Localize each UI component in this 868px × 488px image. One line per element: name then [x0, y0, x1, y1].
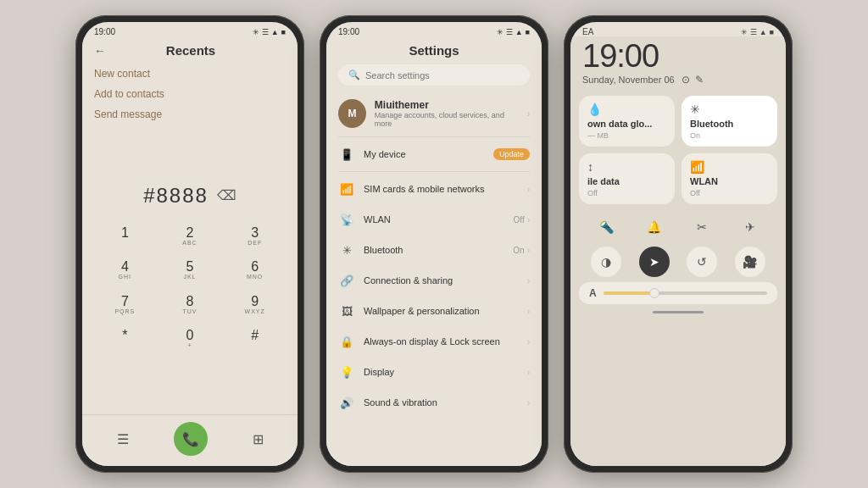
ls-text: Always-on display & Lock screen: [364, 336, 519, 347]
camera-btn[interactable]: 🎥: [735, 247, 765, 277]
screenshot-icon[interactable]: ✂: [689, 214, 715, 240]
disp-label: Display: [364, 367, 519, 377]
cc-tile-wlan[interactable]: 📶 WLAN Off: [682, 153, 777, 204]
wp-right: ›: [527, 307, 530, 316]
back-arrow-icon[interactable]: ←: [94, 44, 106, 58]
phone1-status-bar: 19:00 ✳☰▲■: [82, 22, 298, 38]
key-star[interactable]: *: [94, 324, 156, 354]
cc-date-icons: ⊙ ✎: [682, 74, 704, 86]
new-contact-link[interactable]: New contact: [94, 68, 286, 80]
phone3-status-bar: EA ✳☰▲■: [570, 22, 786, 36]
phone-3: EA ✳☰▲■ 19:00 Sunday, November 06 ⊙ ✎: [564, 15, 793, 473]
settings-item-sim[interactable]: 📶 SIM cards & mobile networks ›: [326, 174, 542, 204]
sim-text: SIM cards & mobile networks: [364, 184, 519, 194]
display-icon: 💡: [338, 363, 355, 380]
backspace-icon[interactable]: ⌫: [217, 187, 236, 203]
snd-text: Sound & vibration: [364, 397, 519, 408]
key-4[interactable]: 4GHI: [94, 255, 156, 286]
data-icon: 💧: [587, 103, 602, 116]
brightness-slider[interactable]: A: [579, 282, 777, 304]
keypad: 1 2ABC 3DEF 4GHI 5JKL 6MNO 7PQRS 8TUV 9W…: [94, 221, 286, 355]
my-device-row[interactable]: 📱 My device Update: [326, 139, 542, 169]
airplane-icon[interactable]: ✈: [737, 214, 763, 240]
settings-search-bar[interactable]: 🔍: [338, 64, 530, 86]
dialpad-icon[interactable]: ⊞: [253, 431, 264, 447]
ls-right: ›: [527, 337, 530, 347]
sound-icon: 🔊: [338, 394, 355, 411]
wp-label: Wallpaper & personalization: [364, 306, 519, 316]
key-9[interactable]: 9WXYZ: [224, 290, 286, 320]
rotation-btn[interactable]: ↺: [687, 247, 717, 277]
call-button[interactable]: 📞: [174, 422, 208, 456]
add-to-contacts-link[interactable]: Add to contacts: [94, 88, 286, 100]
cc-tile-data[interactable]: 💧 own data glo... — MB: [579, 96, 675, 147]
settings-item-bluetooth[interactable]: ✳ Bluetooth On ›: [326, 235, 542, 265]
phone3-status-icons: ✳☰▲■: [741, 28, 774, 36]
phone2-content: Settings 🔍 M Miuithemer Manage accounts,…: [326, 38, 542, 466]
sim-right: ›: [527, 185, 530, 194]
brightness-label: A: [589, 287, 597, 299]
settings-title: Settings: [326, 38, 542, 64]
key-2[interactable]: 2ABC: [159, 221, 221, 252]
key-hash[interactable]: #: [224, 324, 286, 354]
settings-item-wlan[interactable]: 📡 WLAN Off ›: [326, 204, 542, 235]
recents-title: Recents: [113, 43, 269, 58]
connection-icon: 🔗: [338, 272, 355, 289]
profile-row[interactable]: M Miuithemer Manage accounts, cloud serv…: [326, 92, 542, 135]
disp-text: Display: [364, 367, 519, 377]
tile-data-label: own data glo...: [587, 119, 666, 129]
settings-item-wallpaper[interactable]: 🖼 Wallpaper & personalization ›: [326, 296, 542, 326]
dialer-number: #8888: [143, 184, 209, 208]
phone1-time: 19:00: [94, 27, 115, 36]
flashlight-icon[interactable]: 🔦: [593, 214, 619, 240]
profile-desc: Manage accounts, cloud services, and mor…: [375, 111, 519, 128]
tile-wlan-label: WLAN: [690, 176, 769, 186]
bt-text: Bluetooth: [364, 245, 504, 255]
settings-item-sound[interactable]: 🔊 Sound & vibration ›: [326, 387, 542, 418]
cc-action-row: ◑ ➤ ↺ 🎥: [570, 245, 786, 279]
sim-icon: 📶: [338, 180, 355, 197]
snd-label: Sound & vibration: [364, 397, 519, 408]
clock-area: 19:00 Sunday, November 06 ⊙ ✎: [570, 36, 786, 91]
menu-icon[interactable]: ☰: [117, 431, 129, 447]
key-0[interactable]: 0+: [159, 324, 221, 354]
brightness-fill: [604, 291, 653, 295]
conn-label: Connection & sharing: [364, 275, 519, 286]
tile-wlan-sub: Off: [690, 189, 769, 197]
search-icon: 🔍: [348, 69, 360, 80]
calendar-icon[interactable]: ⊙: [682, 74, 690, 86]
settings-item-lockscreen[interactable]: 🔒 Always-on display & Lock screen ›: [326, 326, 542, 357]
settings-item-display[interactable]: 💡 Display ›: [326, 357, 542, 387]
wlan-tile-icon: 📶: [690, 160, 704, 174]
divider-1: [338, 136, 530, 137]
profile-chevron-icon: ›: [527, 109, 530, 119]
search-input[interactable]: [365, 70, 520, 80]
notification-icon[interactable]: 🔔: [642, 214, 667, 240]
phone3-status-left: EA: [582, 27, 593, 36]
tile-data-top: 💧: [587, 103, 666, 116]
key-3[interactable]: 3DEF: [224, 221, 286, 252]
edit-icon[interactable]: ✎: [695, 74, 704, 86]
key-8[interactable]: 8TUV: [159, 290, 221, 320]
key-1[interactable]: 1: [94, 221, 156, 252]
my-device-label: My device: [364, 149, 485, 159]
key-7[interactable]: 7PQRS: [94, 290, 156, 320]
snd-right: ›: [527, 398, 530, 408]
bt-right: On ›: [513, 246, 530, 255]
wlan-label: WLAN: [364, 214, 505, 225]
settings-item-connection[interactable]: 🔗 Connection & sharing ›: [326, 265, 542, 296]
dialer-display: #8888 ⌫ 1 2ABC 3DEF 4GHI 5JKL 6MNO 7PQRS…: [82, 124, 298, 414]
key-5[interactable]: 5JKL: [159, 255, 221, 286]
cc-tile-bluetooth[interactable]: ✳ Bluetooth On: [682, 96, 777, 147]
cc-tile-mobile[interactable]: ↕ ile data Off: [579, 153, 675, 204]
navigation-btn[interactable]: ➤: [639, 247, 670, 277]
tile-mobile-label: ile data: [587, 176, 666, 186]
brightness-bar: [604, 291, 767, 295]
phone2-status-bar: 19:00 ✳☰▲■: [326, 22, 542, 38]
send-message-link[interactable]: Send message: [94, 108, 286, 120]
cc-quick-icons-row: 🔦 🔔 ✂ ✈: [570, 209, 786, 245]
brightness-toggle[interactable]: ◑: [591, 247, 621, 277]
brightness-thumb[interactable]: [649, 288, 659, 298]
ls-label: Always-on display & Lock screen: [364, 336, 519, 347]
key-6[interactable]: 6MNO: [224, 255, 286, 286]
